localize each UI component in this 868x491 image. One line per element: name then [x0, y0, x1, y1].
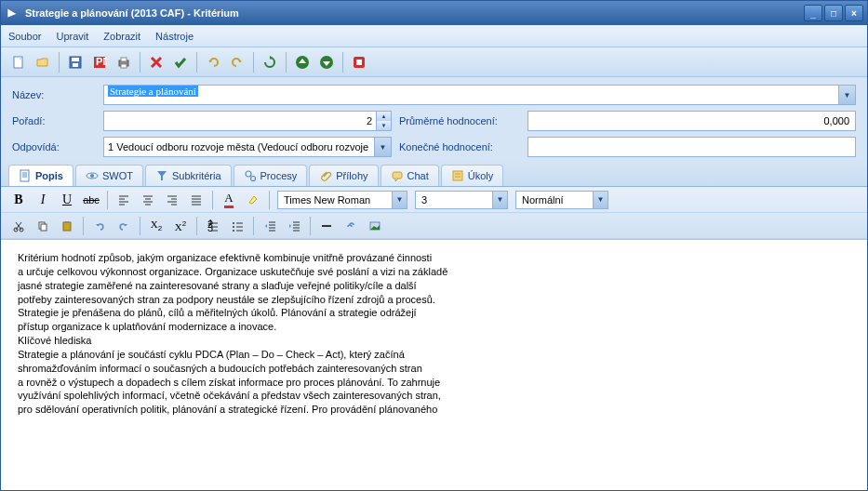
poradi-value[interactable] — [104, 115, 376, 126]
input-odpovida[interactable]: ▼ — [103, 137, 392, 157]
font-family-combo[interactable]: Times New Roman ▼ — [277, 191, 407, 209]
svg-rect-25 — [65, 221, 69, 223]
spin-up-icon[interactable]: ▲ — [377, 112, 391, 121]
menu-nastroje[interactable]: Nástroje — [155, 31, 194, 42]
svg-point-17 — [250, 177, 255, 181]
redo2-button[interactable] — [113, 216, 135, 236]
up-button[interactable] — [291, 51, 314, 73]
paperclip-icon — [319, 169, 332, 182]
new-button[interactable] — [7, 51, 30, 73]
tab-subkriteria[interactable]: Subkritéria — [145, 165, 232, 186]
unordered-list-button[interactable] — [226, 216, 248, 236]
svg-rect-8 — [121, 64, 127, 68]
tab-chat[interactable]: Chat — [381, 165, 439, 186]
tab-swot-label: SWOT — [102, 170, 133, 181]
font-dropdown-icon[interactable]: ▼ — [392, 192, 407, 208]
svg-text:PDF: PDF — [96, 56, 107, 67]
maximize-button[interactable]: □ — [824, 5, 843, 21]
odpovida-dropdown-icon[interactable]: ▼ — [374, 138, 391, 156]
align-right-button[interactable] — [161, 190, 183, 210]
indent-button[interactable] — [283, 216, 305, 236]
underline-button[interactable]: U — [56, 190, 78, 210]
italic-button[interactable]: I — [32, 190, 54, 210]
ordered-list-button[interactable]: 123 — [202, 216, 224, 236]
close-button[interactable]: × — [845, 5, 863, 21]
gears-icon — [244, 169, 257, 182]
font-color-button[interactable]: A — [218, 190, 240, 210]
svg-rect-12 — [356, 60, 362, 65]
down-button[interactable] — [315, 51, 338, 73]
input-poradi[interactable]: ▲ ▼ — [103, 111, 392, 131]
form-area: Název: Strategie a plánování ▼ Pořadí: ▲… — [1, 77, 867, 161]
tab-bar: Popis SWOT Subkritéria Procesy Přílohy C… — [1, 161, 867, 187]
tab-swot[interactable]: SWOT — [75, 165, 143, 186]
open-button[interactable] — [32, 51, 54, 73]
svg-rect-24 — [63, 222, 71, 231]
tasks-icon — [451, 169, 464, 182]
copy-button[interactable] — [32, 216, 54, 236]
bold-button[interactable]: B — [7, 190, 30, 210]
highlight-button[interactable] — [242, 190, 264, 210]
superscript-button[interactable]: X2 — [169, 216, 192, 236]
tab-prilohy[interactable]: Přílohy — [309, 165, 378, 186]
input-nazev[interactable]: Strategie a plánování ▼ — [103, 85, 856, 105]
tab-chat-label: Chat — [407, 170, 429, 181]
image-button[interactable] — [364, 216, 386, 236]
font-size-combo[interactable]: 3 ▼ — [415, 191, 508, 209]
redo-button[interactable] — [226, 51, 248, 73]
menu-upravit[interactable]: Upravit — [56, 31, 88, 42]
subscript-button[interactable]: X2 — [145, 216, 167, 236]
paste-button[interactable] — [56, 216, 78, 236]
align-center-button[interactable] — [137, 190, 159, 210]
export-pdf-button[interactable]: PDF — [88, 51, 111, 73]
body-line: potřeby zainteresovaných stran za podpor… — [18, 293, 850, 307]
spin-down-icon[interactable]: ▼ — [377, 121, 391, 130]
undo2-button[interactable] — [88, 216, 111, 236]
font-style-value: Normální — [516, 194, 593, 206]
accept-button[interactable] — [169, 51, 192, 73]
tab-ukoly[interactable]: Úkoly — [441, 165, 504, 186]
strike-button[interactable]: abc — [80, 190, 102, 210]
tab-popis[interactable]: Popis — [8, 165, 73, 186]
label-odpovida: Odpovídá: — [12, 141, 96, 153]
minimize-button[interactable]: _ — [804, 5, 822, 21]
body-line: Strategie a plánování je součástí cyklu … — [18, 348, 850, 362]
svg-rect-7 — [121, 58, 127, 61]
hr-button[interactable] — [315, 216, 338, 236]
menu-soubor[interactable]: Soubor — [8, 31, 41, 42]
tab-popis-label: Popis — [35, 170, 63, 181]
cut-button[interactable] — [7, 216, 30, 236]
link-button[interactable] — [340, 216, 362, 236]
tab-subkriteria-label: Subkritéria — [172, 170, 221, 181]
font-family-value: Times New Roman — [278, 194, 392, 206]
tab-procesy[interactable]: Procesy — [234, 165, 308, 186]
save-button[interactable] — [64, 51, 87, 73]
funnel-icon — [155, 169, 168, 182]
outdent-button[interactable] — [259, 216, 281, 236]
delete-button[interactable] — [145, 51, 167, 73]
stop-button[interactable] — [348, 51, 370, 73]
font-style-combo[interactable]: Normální ▼ — [515, 191, 608, 209]
svg-rect-3 — [73, 63, 78, 67]
menu-zobrazit[interactable]: Zobrazit — [103, 31, 140, 42]
nazev-dropdown-icon[interactable]: ▼ — [838, 86, 855, 104]
eye-icon — [86, 169, 99, 182]
undo-button[interactable] — [202, 51, 224, 73]
style-dropdown-icon[interactable]: ▼ — [593, 192, 608, 208]
align-left-button[interactable] — [113, 190, 135, 210]
window-title: Strategie a plánování (2013 CAF) - Krité… — [25, 7, 804, 19]
label-nazev: Název: — [12, 89, 96, 100]
size-dropdown-icon[interactable]: ▼ — [492, 192, 507, 208]
svg-rect-13 — [20, 170, 29, 181]
svg-point-15 — [90, 174, 94, 178]
refresh-button[interactable] — [259, 51, 281, 73]
odpovida-value[interactable] — [104, 141, 374, 153]
main-toolbar: PDF — [1, 47, 867, 77]
body-line: Strategie je přenášena do plánů, cílů a … — [18, 306, 850, 320]
editor-body[interactable]: Kritérium hodnotí způsob, jakým organiza… — [1, 240, 867, 490]
print-button[interactable] — [113, 51, 135, 73]
font-size-value: 3 — [416, 194, 492, 206]
align-justify-button[interactable] — [185, 190, 207, 210]
svg-point-30 — [233, 226, 234, 228]
value-konecne[interactable] — [527, 137, 856, 157]
